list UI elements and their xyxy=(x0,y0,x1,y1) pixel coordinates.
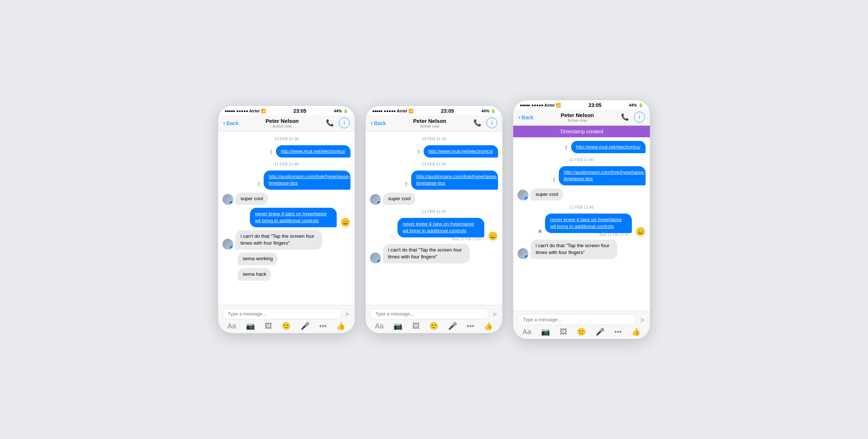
share-icon-3a[interactable]: ⬆ xyxy=(563,144,569,152)
send-icon-2[interactable]: ➤ xyxy=(492,310,498,318)
status-left-1: ●●●●● ●●●●● Airtel 📶 xyxy=(225,109,266,113)
toolbar-like-3[interactable]: 👍 xyxy=(631,327,641,336)
input-row-1: ➤ xyxy=(222,308,350,319)
ts-label-2b: 11 FEB 11:40 xyxy=(370,162,498,166)
time-display-1: 23:05 xyxy=(293,108,306,114)
toolbar-mic-1[interactable]: 🎤 xyxy=(301,322,310,330)
toolbar-2: Aa 📷 🖼 🙂 🎤 ••• 👍 xyxy=(370,319,498,332)
toolbar-image-2[interactable]: 🖼 xyxy=(412,322,420,330)
avatar-2b: m xyxy=(370,253,381,263)
toolbar-camera-2[interactable]: 📷 xyxy=(393,322,403,330)
bubble-hyperlapse-3: never knew 4 taps on hyperlapse wil brin… xyxy=(545,214,632,233)
emoji-reaction-1: 😀 xyxy=(340,217,350,227)
message-input-3[interactable] xyxy=(518,314,637,325)
back-button-1[interactable]: ‹ Back xyxy=(223,119,238,127)
toolbar-emoji-3[interactable]: 🙂 xyxy=(577,327,586,336)
messenger-badge-3b: m xyxy=(524,255,528,259)
battery-icon-2: 🔋 xyxy=(491,109,496,113)
bubble-cantdo-2: i can't do that "Tap the screen four tim… xyxy=(383,244,470,263)
bubble-link-1[interactable]: http://www.muji.net/electronics/ xyxy=(276,145,350,158)
msg-row-out-link2-2: ⬆ http://austinmann.com/trek/hyperlapse-… xyxy=(370,171,498,189)
msg-row-out-link2-3: ⬆ http://austinmann.com/trek/hyperlapse-… xyxy=(518,166,646,185)
battery-pct-1: 44% xyxy=(334,109,342,113)
info-icon-1[interactable]: i xyxy=(339,117,350,128)
nav-icons-1: 📞 i xyxy=(326,117,350,128)
contact-status-3: Active now xyxy=(561,118,594,122)
back-arrow-icon-1: ‹ xyxy=(223,119,225,127)
bubble-link-2-3[interactable]: http://austinmann.com/trek/hyperlapse-ti… xyxy=(559,166,646,185)
share-icon-2[interactable]: ⬆ xyxy=(256,180,261,188)
toolbar-aa-2[interactable]: Aa xyxy=(375,322,383,330)
back-arrow-icon-2: ‹ xyxy=(371,119,373,127)
messenger-badge-2b: m xyxy=(376,259,381,263)
back-button-3[interactable]: ‹ Back xyxy=(518,113,533,121)
phone-call-icon-1[interactable]: 📞 xyxy=(326,119,334,127)
contact-status-2: Active now xyxy=(413,124,446,128)
wifi-icon-2: 📶 xyxy=(408,109,413,113)
share-icon-2b[interactable]: ⬆ xyxy=(404,180,409,188)
info-icon-3[interactable]: i xyxy=(634,112,645,122)
nav-icons-2: 📞 i xyxy=(473,117,497,128)
avatar-3a: m xyxy=(518,190,528,201)
share-icon-2a[interactable]: ⬆ xyxy=(416,148,421,156)
toolbar-aa-1[interactable]: Aa xyxy=(227,322,236,330)
phone-call-icon-2[interactable]: 📞 xyxy=(473,119,481,127)
star-icon-3[interactable]: ★ xyxy=(537,227,543,235)
messenger-badge-2a: m xyxy=(376,201,381,205)
toolbar-like-1[interactable]: 👍 xyxy=(336,322,345,330)
avatar-1b: m xyxy=(222,239,233,250)
share-icon-1[interactable]: ⬆ xyxy=(268,148,274,156)
messages-area-1: 10 FEB 11:39 ⬆ http://www.muji.net/elect… xyxy=(218,132,355,305)
toolbar-image-1[interactable]: 🖼 xyxy=(265,322,272,330)
send-icon-3[interactable]: ➤ xyxy=(639,315,646,324)
toolbar-mic-2[interactable]: 🎤 xyxy=(448,322,457,330)
msg-row-out-hyperlapse1: never knew 4 taps on hyperlapse wil brin… xyxy=(222,208,350,227)
emoji-reaction-3: 😀 xyxy=(635,227,646,237)
toolbar-aa-3[interactable]: Aa xyxy=(522,328,531,336)
bubble-supercool-2: super cool xyxy=(383,193,416,205)
info-icon-2[interactable]: i xyxy=(486,117,497,128)
send-icon-1[interactable]: ➤ xyxy=(344,310,350,318)
message-input-2[interactable] xyxy=(370,308,489,319)
back-button-2[interactable]: ‹ Back xyxy=(371,119,386,127)
toolbar-more-1[interactable]: ••• xyxy=(319,322,327,330)
messages-area-3: ⬆ http://www.muji.net/electronics/ 11 FE… xyxy=(513,137,650,311)
bubble-hyperlapse-2: never knew 4 taps on hyperlapse wil brin… xyxy=(397,218,484,237)
phone-1: ●●●●● ●●●●● Airtel 📶 23:05 44% 🔋 ‹ Back … xyxy=(218,106,355,333)
toolbar-image-3[interactable]: 🖼 xyxy=(560,328,567,336)
wifi-icon-3: 📶 xyxy=(556,103,561,108)
bubble-link-1-2[interactable]: http://www.muji.net/electronics/ xyxy=(424,145,498,158)
bubble-cantdo-3: i can't do that "Tap the screen four tim… xyxy=(531,240,617,259)
avatar-3b: m xyxy=(518,248,528,259)
ts-label-2a: 10 FEB 11:39 xyxy=(370,137,498,141)
toolbar-camera-1[interactable]: 📷 xyxy=(246,322,255,330)
bubble-link-2[interactable]: http://austinmann.com/trek/hyperlapse-ti… xyxy=(264,171,350,189)
msg-row-in-sema2: sema hack xyxy=(222,268,350,281)
ts-label-3c: 11 FEB 11:42 xyxy=(518,205,646,209)
message-input-1[interactable] xyxy=(222,308,341,319)
share-icon-3b[interactable]: ⬆ xyxy=(551,176,557,184)
toolbar-more-3[interactable]: ••• xyxy=(614,328,622,336)
toolbar-camera-3[interactable]: 📷 xyxy=(541,327,550,336)
star-icon-2[interactable]: ☆ xyxy=(390,232,395,240)
battery-icon-3: 🔋 xyxy=(638,103,643,108)
msg-row-out-link1-3: ⬆ http://www.muji.net/electronics/ xyxy=(518,141,646,153)
signal-dots-2: ●●●●● xyxy=(372,109,382,113)
toolbar-emoji-1[interactable]: 🙂 xyxy=(282,322,291,330)
bubble-cantdo-1: i can't do that "Tap the screen four tim… xyxy=(235,230,322,250)
toolbar-like-2[interactable]: 👍 xyxy=(484,322,493,330)
bubble-link-1-3[interactable]: http://www.muji.net/electronics/ xyxy=(571,141,646,153)
phones-container: ●●●●● ●●●●● Airtel 📶 23:05 44% 🔋 ‹ Back … xyxy=(218,100,650,339)
toolbar-emoji-2[interactable]: 🙂 xyxy=(429,322,438,330)
phone-call-icon-3[interactable]: 📞 xyxy=(621,113,629,121)
contact-status-1: Active now xyxy=(265,124,299,128)
bubble-link-2-2[interactable]: http://austinmann.com/trek/hyperlapse-ti… xyxy=(411,171,498,189)
msg-row-in-cantdo1: m i can't do that "Tap the screen four t… xyxy=(222,230,350,250)
toolbar-more-2[interactable]: ••• xyxy=(467,322,475,330)
msg-row-out-link1-2: ⬆ http://www.muji.net/electronics/ xyxy=(370,145,498,158)
toolbar-mic-3[interactable]: 🎤 xyxy=(596,327,605,336)
ts-label-1a: 10 FEB 11:39 xyxy=(222,137,350,141)
time-display-3: 23:05 xyxy=(588,102,601,108)
phone-3: ●●●●● ●●●●● Airtel 📶 23:05 44% 🔋 ‹ Back … xyxy=(513,100,650,339)
battery-icon-1: 🔋 xyxy=(343,109,348,113)
